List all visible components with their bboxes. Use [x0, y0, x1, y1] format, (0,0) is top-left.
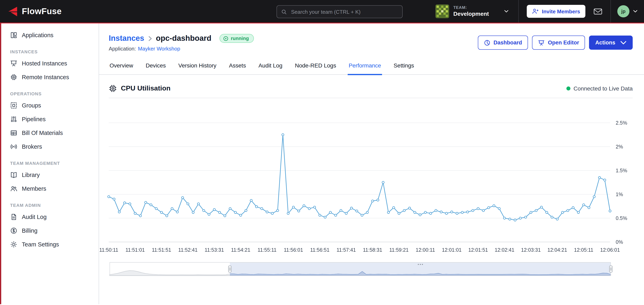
data-point-marker	[108, 196, 110, 198]
search-input[interactable]	[290, 8, 398, 15]
main-content: Instances opc-dashboard running	[99, 23, 644, 304]
data-point-marker	[493, 205, 495, 207]
sidebar-item-label: Billing	[22, 227, 38, 234]
mail-icon[interactable]	[594, 7, 602, 15]
y-axis-label: 0%	[616, 239, 623, 245]
sidebar-item-applications[interactable]: Applications	[0, 28, 99, 42]
data-point-marker	[445, 212, 448, 215]
data-point-marker	[160, 211, 163, 214]
tab-devices[interactable]: Devices	[145, 62, 167, 75]
data-point-marker	[540, 206, 542, 208]
status-badge-label: running	[231, 35, 249, 41]
library-icon	[10, 171, 18, 179]
data-point-marker	[366, 211, 368, 214]
navigator-handle-left[interactable]	[228, 266, 231, 272]
x-axis-label: 12:06:01	[600, 247, 620, 253]
tab-node-red-logs[interactable]: Node-RED Logs	[294, 62, 337, 75]
x-axis-label: 11:58:31	[363, 247, 382, 253]
application-link[interactable]: Mayker Workshop	[138, 46, 180, 52]
x-axis-label: 12:01:51	[468, 247, 488, 253]
actions-button[interactable]: Actions	[589, 35, 633, 50]
sidebar-item-bill-of-materials[interactable]: Bill Of Materials	[0, 126, 99, 140]
pipelines-icon	[10, 116, 18, 123]
sidebar-section-header-instances: INSTANCES	[0, 42, 99, 56]
navigator-grip-dots[interactable]	[418, 264, 419, 265]
data-point-marker	[276, 210, 279, 212]
tab-assets[interactable]: Assets	[228, 62, 247, 75]
flowfuse-logo[interactable]: FlowFuse	[7, 6, 62, 17]
data-point-marker	[345, 212, 347, 215]
logo-text: FlowFuse	[22, 6, 62, 16]
x-axis-label: 12:02:41	[494, 247, 514, 253]
sidebar-item-team-settings[interactable]: Team Settings	[0, 238, 99, 251]
tab-performance[interactable]: Performance	[348, 62, 382, 75]
chevron-down-icon	[620, 39, 626, 46]
data-point-marker	[171, 207, 173, 210]
sidebar-item-pipelines[interactable]: Pipelines	[0, 112, 99, 126]
tab-settings[interactable]: Settings	[393, 62, 415, 75]
tab-list: OverviewDevicesVersion HistoryAssetsAudi…	[99, 62, 644, 75]
team-label: TEAM:	[454, 5, 489, 10]
team-name: Development	[454, 10, 489, 17]
x-axis-label: 12:01:01	[442, 247, 462, 253]
team-search[interactable]	[276, 5, 403, 18]
brokers-icon	[10, 143, 18, 150]
data-point-marker	[588, 207, 590, 209]
data-point-marker	[414, 211, 416, 214]
actions-button-label: Actions	[595, 39, 615, 46]
data-point-marker	[398, 212, 400, 215]
sidebar-nav: ApplicationsINSTANCESHosted InstancesRem…	[0, 28, 99, 251]
sidebar-item-audit-log[interactable]: Audit Log	[0, 210, 99, 224]
cpu-line-series	[109, 135, 610, 220]
chart-title-wrap: CPU Utilisation	[109, 84, 170, 92]
sidebar-item-hosted-instances[interactable]: Hosted Instances	[0, 56, 99, 70]
team-selector[interactable]: TEAM: Development	[430, 0, 518, 23]
data-point-marker	[192, 211, 194, 214]
tab-overview[interactable]: Overview	[109, 62, 134, 75]
search-icon	[281, 9, 287, 15]
remote-instances-icon	[10, 73, 18, 81]
data-point-marker	[562, 211, 564, 214]
cpu-utilisation-panel: CPU Utilisation Connected to Live Data 0…	[109, 84, 633, 276]
data-point-marker	[150, 204, 152, 206]
data-point-marker	[440, 211, 442, 213]
data-point-marker	[139, 215, 142, 217]
members-icon	[10, 185, 18, 192]
page-layout: ApplicationsINSTANCESHosted InstancesRem…	[0, 23, 644, 304]
y-axis-label: 1.5%	[616, 168, 627, 173]
sidebar-item-billing[interactable]: Billing	[0, 224, 99, 238]
live-dot-icon	[566, 86, 570, 90]
y-axis-label: 2%	[616, 144, 623, 149]
data-point-marker	[224, 215, 226, 217]
y-axis-label: 0.5%	[616, 215, 627, 221]
user-menu[interactable]: jp	[611, 0, 644, 23]
data-point-marker	[604, 179, 606, 181]
sidebar-item-library[interactable]: Library	[0, 168, 99, 182]
tab-audit-log[interactable]: Audit Log	[258, 62, 283, 75]
data-point-marker	[134, 212, 136, 215]
sidebar-item-brokers[interactable]: Brokers	[0, 140, 99, 154]
navigator-handle-right[interactable]	[610, 266, 612, 272]
navigator-grip-dots[interactable]	[420, 264, 421, 265]
user-plus-icon	[532, 8, 539, 14]
sidebar-item-members[interactable]: Members	[0, 182, 99, 196]
dashboard-button[interactable]: Dashboard	[478, 35, 528, 50]
data-point-marker	[144, 201, 147, 204]
data-point-marker	[208, 213, 210, 216]
breadcrumb-instances-link[interactable]: Instances	[109, 34, 144, 43]
x-axis-label: 11:51:01	[126, 247, 145, 253]
data-point-marker	[271, 212, 274, 215]
invite-members-button[interactable]: Invite Members	[527, 5, 586, 18]
data-point-marker	[582, 204, 585, 206]
data-point-marker	[424, 211, 426, 214]
open-editor-button[interactable]: Open Editor	[532, 35, 585, 50]
dashboard-button-label: Dashboard	[494, 39, 522, 46]
page-header-left: Instances opc-dashboard running	[109, 34, 254, 52]
navigator-svg[interactable]	[110, 262, 611, 276]
sidebar-item-remote-instances[interactable]: Remote Instances	[0, 70, 99, 84]
tab-version-history[interactable]: Version History	[178, 62, 217, 75]
navigator-grip-dots[interactable]	[422, 264, 423, 265]
sidebar-item-label: Applications	[22, 32, 53, 38]
sidebar-item-groups[interactable]: Groups	[0, 99, 99, 112]
groups-icon	[10, 102, 18, 109]
